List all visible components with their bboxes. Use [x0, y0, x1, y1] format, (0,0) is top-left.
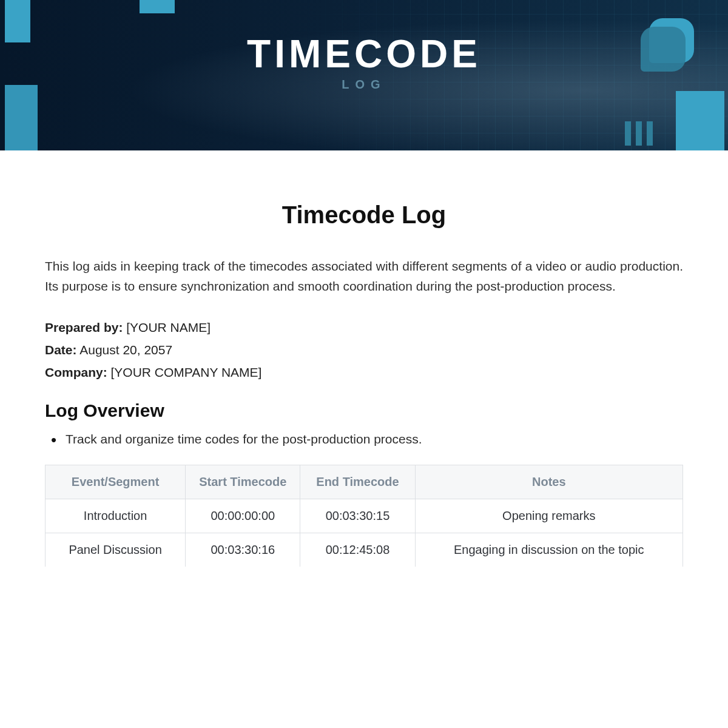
hero-title: TIMECODE: [0, 32, 728, 76]
hero-banner: TIMECODE LOG: [0, 0, 728, 150]
intro-paragraph: This log aids in keeping track of the ti…: [45, 257, 683, 296]
meta-prepared-by: Prepared by: [YOUR NAME]: [45, 317, 683, 339]
overview-bullet: Track and organize time codes for the po…: [51, 432, 683, 447]
accent-bars: [625, 121, 653, 146]
cell-notes: Opening remarks: [415, 499, 682, 533]
table-header-row: Event/Segment Start Timecode End Timecod…: [46, 465, 683, 499]
meta-value: [YOUR NAME]: [126, 320, 211, 334]
col-start: Start Timecode: [186, 465, 300, 499]
page-title: Timecode Log: [45, 201, 683, 229]
meta-date: Date: August 20, 2057: [45, 339, 683, 362]
meta-label: Date:: [45, 343, 77, 357]
cell-notes: Engaging in discussion on the topic: [415, 533, 682, 567]
col-event: Event/Segment: [46, 465, 186, 499]
meta-label: Prepared by:: [45, 320, 123, 334]
meta-value: [YOUR COMPANY NAME]: [111, 365, 262, 379]
meta-value: August 20, 2057: [79, 343, 172, 357]
meta-company: Company: [YOUR COMPANY NAME]: [45, 362, 683, 384]
accent-shape: [5, 85, 38, 150]
cell-segment: Panel Discussion: [46, 533, 186, 567]
overview-list: Track and organize time codes for the po…: [45, 432, 683, 447]
overview-heading: Log Overview: [45, 400, 683, 421]
accent-shape: [676, 91, 724, 150]
accent-shape: [140, 0, 175, 13]
page-root: TIMECODE LOG Timecode Log This log aids …: [0, 0, 728, 728]
meta-label: Company:: [45, 365, 107, 379]
col-notes: Notes: [415, 465, 682, 499]
cell-start: 00:03:30:16: [186, 533, 300, 567]
meta-block: Prepared by: [YOUR NAME] Date: August 20…: [45, 317, 683, 383]
hero-title-block: TIMECODE LOG: [0, 32, 728, 92]
table-row: Introduction 00:00:00:00 00:03:30:15 Ope…: [46, 499, 683, 533]
cell-end: 00:03:30:15: [300, 499, 415, 533]
cell-end: 00:12:45:08: [300, 533, 415, 567]
document-body: Timecode Log This log aids in keeping tr…: [0, 150, 728, 567]
table-row: Panel Discussion 00:03:30:16 00:12:45:08…: [46, 533, 683, 567]
timecode-table: Event/Segment Start Timecode End Timecod…: [45, 465, 683, 567]
hero-subtitle: LOG: [0, 78, 728, 92]
col-end: End Timecode: [300, 465, 415, 499]
cell-segment: Introduction: [46, 499, 186, 533]
cell-start: 00:00:00:00: [186, 499, 300, 533]
